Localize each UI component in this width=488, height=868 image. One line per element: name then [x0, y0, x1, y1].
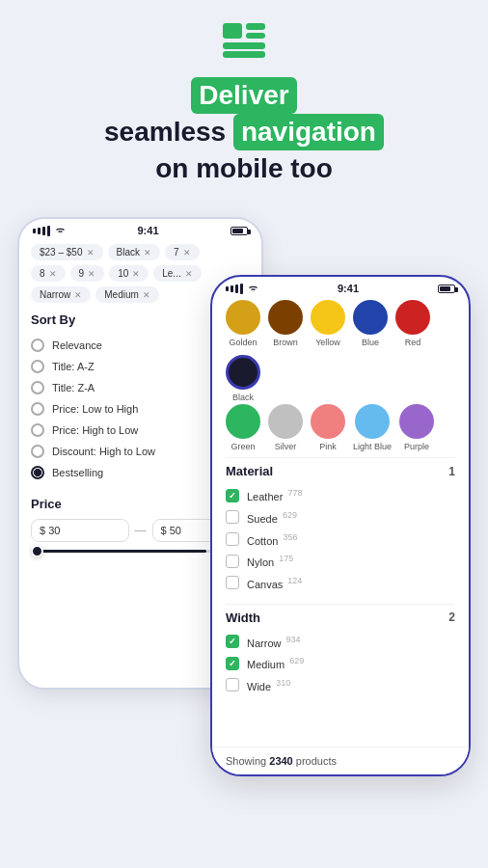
checkbox-wide	[226, 678, 239, 692]
radio-title-za	[31, 381, 44, 394]
width-count: 2	[448, 610, 455, 624]
radio-title-az	[31, 360, 44, 373]
tag-medium[interactable]: Medium ✕	[95, 286, 159, 303]
material-suede[interactable]: Suede 629	[226, 506, 455, 529]
swatch-green[interactable]: Green	[226, 404, 260, 451]
back-time: 9:41	[137, 225, 158, 236]
material-canvas[interactable]: Canvas 124	[226, 572, 455, 594]
radio-price-high	[31, 423, 44, 437]
width-title: Width	[226, 610, 260, 625]
divider-1	[226, 457, 455, 458]
swatch-lightblue[interactable]: Light Blue	[353, 404, 392, 451]
headline-mobile: on mobile too	[155, 153, 333, 183]
swatch-silver[interactable]: Silver	[268, 404, 303, 451]
width-header: Width 2	[226, 610, 455, 625]
front-footer: Showing 2340 products	[212, 746, 469, 774]
radio-relevance	[31, 339, 44, 352]
front-content: Golden Brown Yellow Blue Red	[212, 296, 469, 709]
svg-rect-0	[223, 23, 242, 39]
tags-row-2: 8 ✕ 9 ✕ 10 ✕ Le... ✕	[31, 265, 250, 282]
width-section: Width 2 Narrow 934 Medium 629 Wide 310	[226, 610, 455, 696]
material-header: Material 1	[226, 464, 455, 478]
app-logo-icon	[223, 23, 265, 58]
footer-prefix: Showing	[226, 755, 266, 767]
swatch-pink[interactable]: Pink	[311, 404, 345, 451]
slider-thumb-left[interactable]	[31, 545, 43, 557]
material-cotton[interactable]: Cotton 356	[226, 529, 455, 551]
checkbox-suede	[226, 510, 239, 524]
tag-8[interactable]: 8 ✕	[31, 265, 66, 282]
headline: Deliver seamless navigation on mobile to…	[104, 77, 384, 186]
material-count: 1	[448, 465, 455, 478]
checkbox-narrow	[226, 635, 239, 648]
tag-black-remove[interactable]: ✕	[144, 248, 151, 258]
divider-2	[226, 604, 455, 605]
svg-rect-1	[246, 23, 265, 30]
phones-container: 9:41 $23 – $50 ✕ Black ✕ 7 ✕	[17, 217, 471, 776]
checkbox-nylon	[226, 555, 239, 568]
swatch-yellow[interactable]: Yellow	[311, 300, 345, 347]
width-narrow[interactable]: Narrow 934	[226, 631, 455, 653]
phone-front: 9:41 Golden Brown Yellow	[210, 275, 471, 776]
tag-price[interactable]: $23 – $50 ✕	[31, 244, 103, 260]
material-section: Material 1 Leather 778 Suede 629 Cotton …	[226, 464, 455, 593]
radio-bestselling	[31, 466, 44, 479]
back-battery	[230, 227, 248, 235]
headline-navigation: navigation	[233, 114, 384, 150]
radio-discount	[31, 445, 44, 458]
tag-7[interactable]: 7 ✕	[165, 244, 200, 260]
tag-7-remove[interactable]: ✕	[183, 248, 191, 258]
headline-deliver: Deliver	[191, 80, 296, 110]
tag-price-remove[interactable]: ✕	[87, 248, 95, 258]
svg-rect-3	[223, 42, 265, 49]
swatch-purple[interactable]: Purple	[399, 404, 434, 451]
front-wifi-icon	[248, 285, 258, 293]
svg-rect-2	[246, 33, 265, 39]
back-status-bar: 9:41	[19, 219, 261, 238]
back-signal	[33, 226, 66, 236]
headline-seamless: seamless	[104, 117, 226, 147]
swatch-brown[interactable]: Brown	[268, 300, 303, 347]
svg-rect-4	[223, 51, 265, 58]
checkbox-medium	[226, 657, 239, 670]
checkbox-cotton	[226, 532, 239, 546]
price-dash: —	[135, 524, 147, 537]
material-leather[interactable]: Leather 778	[226, 484, 455, 506]
radio-price-low	[31, 402, 44, 416]
tags-row-1: $23 – $50 ✕ Black ✕ 7 ✕	[31, 244, 250, 260]
back-wifi-icon	[55, 227, 66, 235]
footer-count: 2340	[269, 755, 292, 767]
footer-suffix: products	[296, 755, 337, 767]
tag-8-remove[interactable]: ✕	[49, 269, 57, 279]
front-status-bar: 9:41	[212, 277, 469, 296]
tag-9[interactable]: 9 ✕	[70, 265, 105, 282]
tag-9-remove[interactable]: ✕	[88, 269, 95, 279]
tag-10-remove[interactable]: ✕	[132, 269, 140, 279]
material-title: Material	[226, 464, 273, 478]
swatch-golden[interactable]: Golden	[226, 300, 260, 347]
front-signal	[226, 284, 258, 294]
width-wide[interactable]: Wide 310	[226, 674, 455, 696]
tag-10[interactable]: 10 ✕	[109, 265, 149, 282]
front-battery	[438, 285, 455, 293]
tag-narrow[interactable]: Narrow ✕	[31, 286, 91, 303]
swatch-blue[interactable]: Blue	[353, 300, 388, 347]
tag-narrow-remove[interactable]: ✕	[74, 290, 82, 300]
tag-black[interactable]: Black ✕	[108, 244, 160, 260]
material-nylon[interactable]: Nylon 175	[226, 550, 455, 572]
width-medium[interactable]: Medium 629	[226, 652, 455, 674]
tag-medium-remove[interactable]: ✕	[143, 290, 150, 300]
checkbox-canvas	[226, 576, 239, 589]
tag-le[interactable]: Le... ✕	[153, 265, 201, 282]
price-min[interactable]: $ 30	[31, 519, 129, 542]
logo-area	[223, 23, 265, 62]
color-swatches-row1: Golden Brown Yellow Blue Red	[226, 300, 455, 402]
color-swatches-row2: Green Silver Pink Light Blue Purple	[226, 404, 455, 451]
swatch-black[interactable]: Black	[226, 355, 260, 402]
tag-le-remove[interactable]: ✕	[185, 269, 193, 279]
swatch-red[interactable]: Red	[395, 300, 430, 347]
front-time: 9:41	[338, 283, 359, 294]
checkbox-leather	[226, 489, 239, 502]
